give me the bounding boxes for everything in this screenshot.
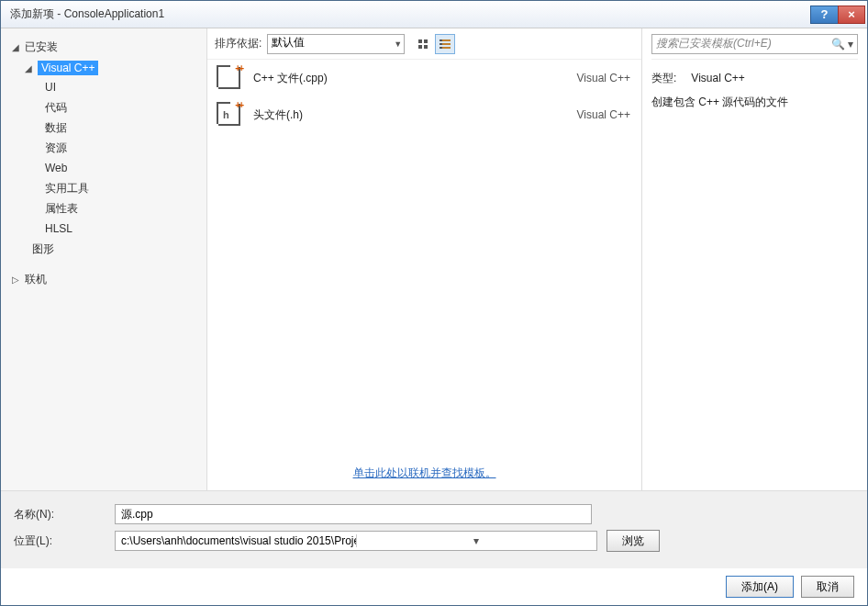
tree-child-item[interactable]: Web [1, 158, 206, 178]
template-item[interactable]: ++h头文件(.h)Visual C++ [207, 96, 641, 133]
sort-label: 排序依据: [215, 36, 262, 51]
titlebar-buttons: ? × [810, 6, 865, 24]
tree-child-item[interactable]: UI [1, 77, 206, 97]
main-row: ◢ 已安装 ◢ Visual C++ UI代码数据资源Web实用工具属性表HLS… [1, 28, 867, 490]
form-pane: 名称(N): 位置(L): c:\Users\anh\documents\vis… [1, 490, 867, 568]
chevron-right-icon: ▷ [12, 275, 21, 285]
browse-button[interactable]: 浏览 [606, 530, 660, 552]
titlebar: 添加新项 - ConsoleApplication1 ? × [1, 1, 867, 28]
tree-child-item[interactable]: 代码 [1, 97, 206, 118]
tree-child-item[interactable]: 实用工具 [1, 178, 206, 198]
template-list: ++C++ 文件(.cpp)Visual C++++h头文件(.h)Visual… [207, 60, 641, 456]
dialog-window: 添加新项 - ConsoleApplication1 ? × ◢ 已安装 ◢ V… [0, 0, 868, 606]
online-link-row: 单击此处以联机并查找模板。 [207, 456, 641, 490]
search-icon: 🔍 ▾ [831, 38, 853, 50]
tree-online-label: 联机 [25, 272, 47, 287]
template-item-label: 头文件(.h) [253, 107, 564, 123]
template-item-label: C++ 文件(.cpp) [253, 71, 564, 86]
chevron-down-icon: ◢ [12, 42, 21, 52]
content-area: ◢ 已安装 ◢ Visual C++ UI代码数据资源Web实用工具属性表HLS… [1, 28, 867, 605]
help-button[interactable]: ? [810, 6, 838, 24]
info-type-label: 类型: [651, 69, 688, 87]
center-pane: 排序依据: 默认值 ▼ ++C++ 文件(.cpp)Visual C+ [207, 28, 642, 490]
sort-value: 默认值 [272, 36, 305, 49]
sort-dropdown[interactable]: 默认值 [267, 34, 405, 54]
tree-installed-label: 已安装 [25, 39, 58, 55]
center-toolbar: 排序依据: 默认值 ▼ [207, 28, 641, 60]
tree-visual-cpp-label: Visual C++ [38, 61, 98, 75]
tree-child-item[interactable]: 属性表 [1, 198, 206, 219]
dropdown-arrow-icon: ▾ [356, 534, 597, 547]
window-title: 添加新项 - ConsoleApplication1 [10, 6, 810, 22]
template-item-lang: Visual C++ [577, 108, 630, 121]
tree-installed[interactable]: ◢ 已安装 [1, 36, 206, 59]
header-file-icon: ++h [218, 104, 240, 126]
view-buttons [413, 34, 455, 54]
dropdown-arrow-icon: ▼ [394, 39, 402, 49]
footer: 添加(A) 取消 [1, 568, 867, 605]
tree-child-item[interactable]: 数据 [1, 118, 206, 138]
view-grid-button[interactable] [413, 34, 433, 54]
tree-online[interactable]: ▷ 联机 [1, 268, 206, 291]
name-row: 名称(N): [14, 504, 854, 524]
tree-visual-cpp[interactable]: ◢ Visual C++ [1, 59, 206, 77]
template-item-lang: Visual C++ [577, 72, 630, 84]
search-row: 搜索已安装模板(Ctrl+E) 🔍 ▾ [651, 28, 858, 60]
details-pane: 搜索已安装模板(Ctrl+E) 🔍 ▾ 类型: Visual C++ 创建包含 … [642, 28, 867, 490]
template-info: 类型: Visual C++ 创建包含 C++ 源代码的文件 [651, 60, 858, 120]
search-placeholder: 搜索已安装模板(Ctrl+E) [656, 36, 772, 51]
template-item[interactable]: ++C++ 文件(.cpp)Visual C++ [207, 60, 641, 96]
tree-child-item[interactable]: HLSL [1, 219, 206, 239]
name-label: 名称(N): [14, 507, 106, 522]
location-row: 位置(L): c:\Users\anh\documents\visual stu… [14, 530, 854, 552]
chevron-down-icon: ◢ [25, 63, 34, 73]
grid-icon [418, 39, 428, 49]
location-combo[interactable]: c:\Users\anh\documents\visual studio 201… [115, 531, 597, 551]
info-type-row: 类型: Visual C++ [651, 69, 858, 87]
list-icon [440, 39, 451, 49]
tree-child-item[interactable]: 资源 [1, 138, 206, 158]
online-search-link[interactable]: 单击此处以联机并查找模板。 [353, 466, 496, 479]
view-list-button[interactable] [435, 34, 455, 54]
info-desc: 创建包含 C++ 源代码的文件 [651, 93, 858, 111]
location-label: 位置(L): [14, 533, 106, 549]
search-input[interactable]: 搜索已安装模板(Ctrl+E) 🔍 ▾ [651, 34, 858, 54]
tree-pane: ◢ 已安装 ◢ Visual C++ UI代码数据资源Web实用工具属性表HLS… [1, 28, 207, 490]
tree-graphics[interactable]: 图形 [1, 239, 206, 259]
add-button[interactable]: 添加(A) [726, 576, 794, 598]
name-input[interactable] [115, 504, 592, 524]
close-button[interactable]: × [838, 6, 865, 24]
cancel-button[interactable]: 取消 [801, 576, 854, 598]
cpp-file-icon: ++ [218, 67, 240, 89]
info-type-value: Visual C++ [691, 72, 744, 84]
location-value: c:\Users\anh\documents\visual studio 201… [116, 534, 356, 547]
